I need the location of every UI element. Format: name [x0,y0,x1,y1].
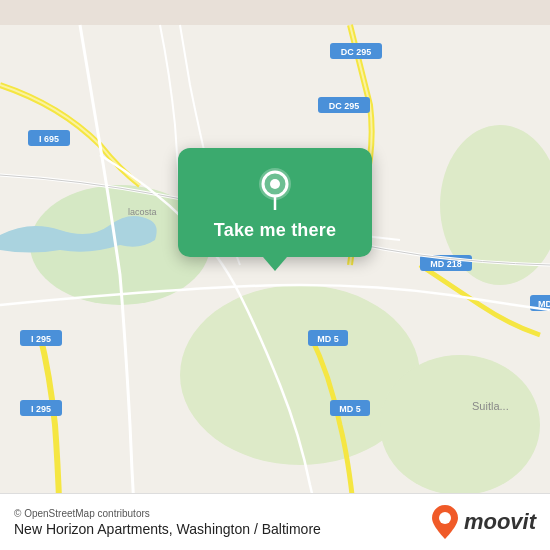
moovit-logo: moovit [431,504,536,540]
svg-text:lacosta: lacosta [128,207,157,217]
svg-text:I 695: I 695 [39,134,59,144]
bottom-info: © OpenStreetMap contributors New Horizon… [14,508,321,537]
svg-text:Suitla...: Suitla... [472,400,509,412]
svg-text:I 295: I 295 [31,334,51,344]
svg-text:DC 295: DC 295 [329,101,360,111]
svg-text:MD 5: MD 5 [339,404,361,414]
location-label: New Horizon Apartments, Washington / Bal… [14,521,321,537]
bottom-bar: © OpenStreetMap contributors New Horizon… [0,493,550,550]
popup-card: Take me there [178,148,372,257]
svg-text:DC 295: DC 295 [341,47,372,57]
svg-text:I 295: I 295 [31,404,51,414]
svg-text:MD 5: MD 5 [317,334,339,344]
take-me-there-button[interactable]: Take me there [214,220,336,241]
location-pin-icon [253,166,297,210]
map-container: I 695 DC 295 DC 295 I 295 I 295 MD 218 M… [0,0,550,550]
svg-point-27 [270,179,280,189]
map-background: I 695 DC 295 DC 295 I 295 I 295 MD 218 M… [0,0,550,550]
svg-point-3 [380,355,540,495]
moovit-pin-icon [431,504,459,540]
osm-credit: © OpenStreetMap contributors [14,508,321,519]
svg-point-28 [439,512,451,524]
moovit-text: moovit [464,509,536,535]
